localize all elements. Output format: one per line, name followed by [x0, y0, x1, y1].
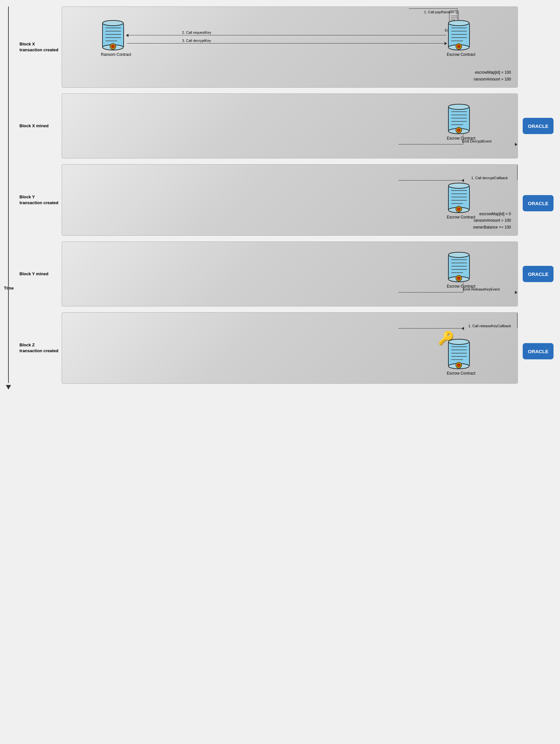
escrow-scroll-svg-1 [447, 20, 473, 51]
escrow-scroll-svg-3 [447, 182, 473, 213]
decrypt-callback-label: 1. Call decryptCallback [471, 176, 508, 180]
decrypt-callback-vert [517, 164, 518, 180]
state-text-3: escrowMap[id] = 0 ransomAmount = 100 own… [473, 211, 511, 230]
request-key-arrowhead [126, 34, 128, 37]
decrypt-event-label: Emit DecryptEvent [462, 139, 491, 143]
escrow-contract-2: Escrow Contract [447, 104, 475, 141]
block-row-1: Block Xtransaction created RealEncrypted… [19, 6, 554, 88]
escrow-contract-4: Escrow Contract [447, 252, 475, 289]
svg-point-6 [103, 21, 123, 26]
block-row-4: Block Y mined [19, 241, 554, 306]
svg-point-16 [448, 21, 469, 26]
oracle-box-2-container: ORACLE [518, 94, 554, 158]
state-line-3b: ransomAmount = 100 [473, 217, 511, 224]
oracle-box-2: ORACLE [523, 118, 554, 134]
release-key-horiz [398, 292, 463, 293]
state-line-3a: escrowMap[id] = 0 [473, 211, 511, 217]
oracle-box-4-container: ORACLE [518, 241, 554, 306]
release-key-label: Emit ReleaseKeyEvent [463, 287, 500, 291]
ransom-scroll-svg [101, 20, 127, 51]
time-line [8, 6, 9, 383]
state-line-3c: ownerBalance += 100 [473, 224, 511, 230]
state-text-1: escrowMap[id] = 100 ransomAmount = 100 [474, 69, 511, 82]
main-container: TIme Block Xtransaction created [0, 0, 560, 396]
release-callback-horiz [398, 328, 463, 329]
escrow-contract-label-5: Escrow Contract [447, 371, 475, 376]
svg-point-46 [448, 252, 469, 257]
block-label-5: Block Ztransaction created [19, 312, 62, 384]
svg-point-56 [448, 339, 469, 344]
svg-point-54 [457, 276, 461, 280]
time-label: TIme [4, 286, 14, 291]
svg-point-34 [457, 128, 461, 132]
oracle-box-4: ORACLE [523, 266, 554, 282]
svg-point-36 [448, 183, 469, 188]
release-callback-vert [517, 312, 518, 328]
ransom-contract-label: Ransom Contract [101, 52, 131, 57]
oracle-box-3: ORACLE [523, 195, 554, 211]
panel-5: 🔑 Escrow Contract [62, 312, 518, 384]
time-arrow-icon [6, 385, 11, 389]
panel-4: Escrow Contract Emit ReleaseKeyEvent [62, 241, 518, 306]
ransom-contract: Ransom Contract [101, 20, 131, 57]
block-label-3: Block Ytransaction created [19, 164, 62, 236]
block-row-5: Block Ztransaction created 🔑 [19, 312, 554, 384]
decrypt-key-line [127, 43, 446, 43]
decrypt-key-label: 3. Call decryptKey [182, 39, 211, 42]
oracle-box-5-container: ORACLE [518, 312, 554, 384]
oracle-box-5: ORACLE [523, 343, 554, 359]
escrow-contract-5: Escrow Contract [447, 339, 475, 376]
escrow-scroll-svg-2 [447, 104, 473, 135]
release-callback-arrowhead [462, 327, 464, 330]
escrow-scroll-svg-5 [447, 339, 473, 369]
panel-2: Escrow Contract Emit DecryptEvent [62, 94, 518, 158]
state-line-1b: ransomAmount = 100 [474, 76, 511, 82]
svg-point-26 [448, 104, 469, 109]
escrow-scroll-svg-4 [447, 252, 473, 283]
svg-point-14 [111, 45, 115, 48]
request-key-line [127, 35, 446, 35]
decrypt-callback-arrowhead [462, 179, 464, 182]
release-callback-label: 1. Call releaseKeyCallback [469, 324, 511, 328]
block-label-1: Block Xtransaction created [19, 6, 62, 88]
escrow-contract-label-3: Escrow Contract [447, 215, 475, 219]
block-row-2: Block X mined [19, 94, 554, 158]
escrow-contract-3: Escrow Contract [447, 182, 475, 219]
block-label-2: Block X mined [19, 94, 62, 158]
escrow-contract-label-1: Escrow Contract [447, 52, 475, 57]
panel-1: RealEncrypted File 1. Call payRansom [62, 6, 518, 88]
svg-point-24 [457, 45, 461, 48]
decrypt-key-arrowhead [444, 42, 447, 45]
request-key-label: 2. Call requestKey [182, 31, 211, 34]
decrypt-callback-horiz [398, 180, 463, 181]
release-key-arrowhead [515, 291, 518, 294]
pay-ransom-horiz-line [409, 8, 457, 9]
panels-column: Block Xtransaction created RealEncrypted… [0, 6, 560, 389]
panel-3: Escrow Contract 1. Call decryptCallback … [62, 164, 518, 236]
oracle-placeholder-1 [518, 6, 554, 88]
state-line-1a: escrowMap[id] = 100 [474, 69, 511, 76]
escrow-contract-1: Escrow Contract [447, 20, 475, 57]
block-label-4: Block Y mined [19, 241, 62, 306]
svg-point-64 [457, 364, 461, 367]
svg-point-44 [457, 208, 461, 211]
oracle-box-3-container: ORACLE [518, 164, 554, 236]
call-payransom-label: 1. Call payRansom [424, 10, 454, 14]
decrypt-event-arrowhead [515, 143, 518, 146]
block-row-3: Block Ytransaction created [19, 164, 554, 236]
